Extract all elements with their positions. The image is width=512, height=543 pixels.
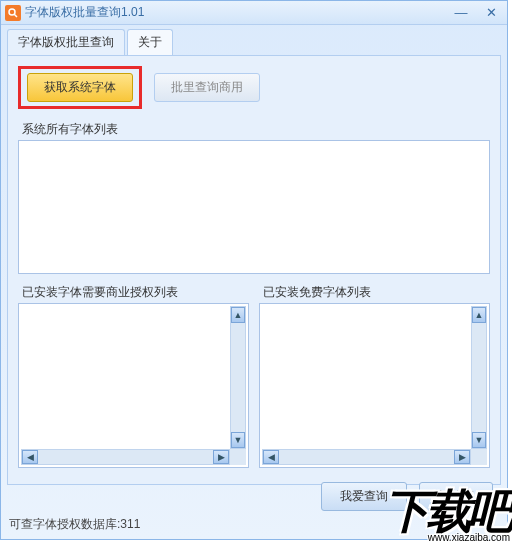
scrollbar-horizontal[interactable]: ◀ ▶ [262,449,471,465]
scroll-corner [230,449,246,465]
get-system-fonts-button[interactable]: 获取系统字体 [27,73,133,102]
app-window: 字体版权批量查询1.01 — ✕ 字体版权批里查询 关于 获取系统字体 批里查询… [0,0,508,540]
scroll-left-icon[interactable]: ◀ [263,450,279,464]
free-label: 已安装免费字体列表 [263,284,490,301]
scrollbar-vertical[interactable]: ▲ ▼ [471,306,487,449]
highlight-annotation: 获取系统字体 [18,66,142,109]
scroll-down-icon[interactable]: ▼ [472,432,486,448]
scroll-track[interactable] [472,323,486,432]
app-icon [5,5,21,21]
scrollbar-horizontal[interactable]: ◀ ▶ [21,449,230,465]
minimize-button[interactable]: — [449,4,473,22]
bottom-row: 已安装字体需要商业授权列表 ▲ ▼ ◀ ▶ 已安装免费字体列表 [18,284,490,468]
scroll-left-icon[interactable]: ◀ [22,450,38,464]
free-fonts-listbox[interactable]: ▲ ▼ ◀ ▶ [259,303,490,468]
tab-about[interactable]: 关于 [127,29,173,55]
tab-main[interactable]: 字体版权批里查询 [7,29,125,55]
scroll-corner [471,449,487,465]
tab-bar: 字体版权批里查询 关于 [1,25,507,55]
scroll-down-icon[interactable]: ▼ [231,432,245,448]
all-fonts-listbox[interactable] [18,140,490,274]
window-controls: — ✕ [449,4,503,22]
scroll-track[interactable] [38,450,213,464]
scroll-track[interactable] [279,450,454,464]
window-title: 字体版权批量查询1.01 [25,4,449,21]
batch-query-commercial-button[interactable]: 批里查询商用 [154,73,260,102]
scrollbar-vertical[interactable]: ▲ ▼ [230,306,246,449]
software-more-button[interactable]: 软件更 [419,482,493,511]
all-fonts-label: 系统所有字体列表 [22,121,490,138]
scroll-up-icon[interactable]: ▲ [231,307,245,323]
free-column: 已安装免费字体列表 ▲ ▼ ◀ ▶ [259,284,490,468]
love-query-button[interactable]: 我爱查询 [321,482,407,511]
titlebar: 字体版权批量查询1.01 — ✕ [1,1,507,25]
bottom-button-row: 我爱查询 软件更 [321,482,493,511]
close-button[interactable]: ✕ [479,4,503,22]
scroll-right-icon[interactable]: ▶ [454,450,470,464]
commercial-fonts-listbox[interactable]: ▲ ▼ ◀ ▶ [18,303,249,468]
status-bar: 可查字体授权数据库:311 [9,516,140,533]
svg-line-1 [14,14,17,17]
scroll-track[interactable] [231,323,245,432]
commercial-column: 已安装字体需要商业授权列表 ▲ ▼ ◀ ▶ [18,284,249,468]
main-panel: 获取系统字体 批里查询商用 系统所有字体列表 已安装字体需要商业授权列表 ▲ ▼… [7,55,501,485]
commercial-label: 已安装字体需要商业授权列表 [22,284,249,301]
scroll-up-icon[interactable]: ▲ [472,307,486,323]
toolbar-row: 获取系统字体 批里查询商用 [18,66,490,109]
scroll-right-icon[interactable]: ▶ [213,450,229,464]
